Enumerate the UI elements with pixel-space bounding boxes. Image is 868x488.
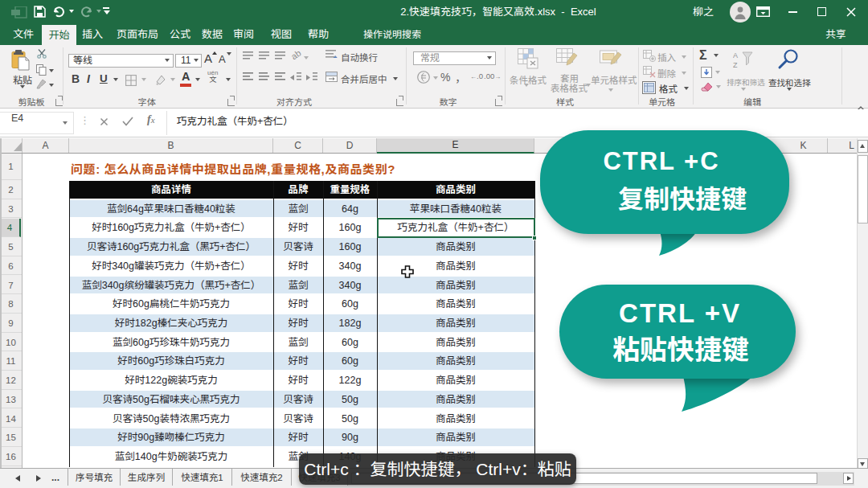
svg-text:Z: Z [733,61,738,69]
svg-text:A: A [733,51,738,59]
